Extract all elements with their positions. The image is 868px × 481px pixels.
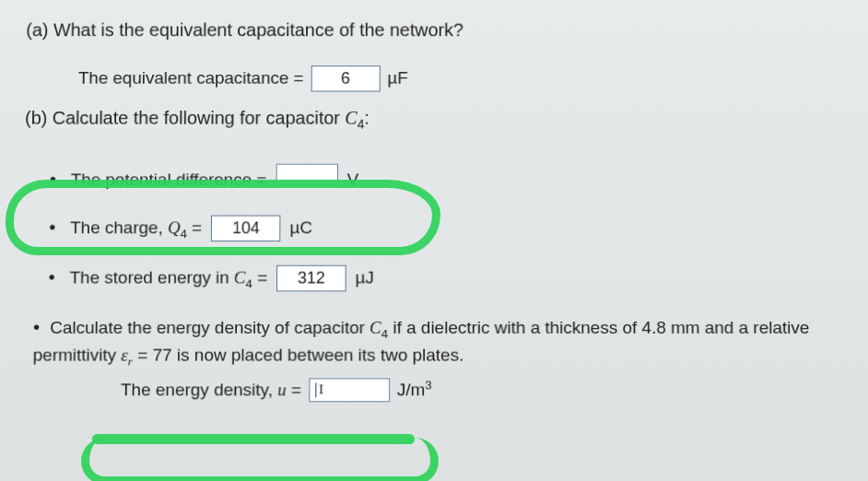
energy-density-unit: J/m3 xyxy=(397,379,432,401)
charge-row: • The charge, Q4 = 104 µC xyxy=(49,216,846,242)
stored-energy-input[interactable]: 312 xyxy=(276,265,346,292)
part-b-label: (b) xyxy=(25,108,47,127)
equivalent-capacitance-input[interactable]: 6 xyxy=(311,65,380,91)
part-b-suffix: : xyxy=(364,108,369,127)
part-a-text: What is the equivalent capacitance of th… xyxy=(53,20,463,40)
part-a-label: (a) xyxy=(26,20,48,40)
equivalent-capacitance-unit: µF xyxy=(387,68,407,88)
potential-difference-row: • The potential difference = V xyxy=(50,164,846,190)
part-a-question: (a) What is the equivalent capacitance o… xyxy=(26,20,843,41)
energy-density-label: The energy density, u = xyxy=(121,380,301,400)
bullet-icon: • xyxy=(50,170,56,189)
energy-density-row: The energy density, u = I J/m3 xyxy=(121,378,849,402)
bullet-icon: • xyxy=(33,317,40,337)
equivalent-capacitance-row: The equivalent capacitance = 6 µF xyxy=(78,65,845,91)
part-b-question: (b) Calculate the following for capacito… xyxy=(25,108,845,131)
charge-input[interactable]: 104 xyxy=(211,216,281,242)
equivalent-capacitance-label: The equivalent capacitance = xyxy=(78,68,304,88)
energy-density-question: • Calculate the energy density of capaci… xyxy=(33,315,848,343)
potential-difference-unit: V xyxy=(347,170,359,191)
bullet-icon: • xyxy=(49,218,55,237)
text-cursor-icon xyxy=(315,382,316,397)
charge-unit: µC xyxy=(289,218,312,239)
energy-density-input[interactable]: I xyxy=(309,378,390,402)
part-b-var: C xyxy=(345,108,357,127)
energy-density-question-line2: permittivity εr = 77 is now placed betwe… xyxy=(33,345,849,369)
part-b-text-prefix: Calculate the following for capacitor xyxy=(53,108,346,127)
potential-difference-label: The potential difference = xyxy=(71,170,267,191)
charge-label: The charge, Q4 = xyxy=(70,218,202,240)
stored-energy-unit: µJ xyxy=(356,268,374,288)
ibeam-icon: I xyxy=(319,381,323,397)
stored-energy-label: The stored energy in C4 = xyxy=(69,268,267,290)
stored-energy-row: • The stored energy in C4 = 312 µJ xyxy=(49,265,848,292)
bullet-icon: • xyxy=(49,268,55,287)
potential-difference-input[interactable] xyxy=(276,164,337,186)
